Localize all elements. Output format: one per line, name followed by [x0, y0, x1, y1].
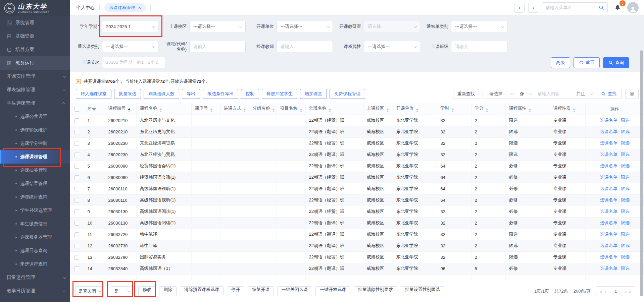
sidebar-item-basic-resources[interactable]: 基础资源 — [0, 29, 70, 43]
modify-button[interactable]: 修改 — [138, 286, 156, 296]
row-checkbox[interactable] — [75, 244, 79, 248]
action-link-roster[interactable]: 选课名单 — [600, 266, 617, 271]
column-header-project-name[interactable]: 项目名称 — [277, 103, 305, 115]
action-link-restrict[interactable]: 限选 — [621, 220, 630, 225]
sidebar-item-selection-statistics-query[interactable]: 选课统计查询 — [0, 190, 70, 204]
close-all-selection-button[interactable]: 一键关闭选课 — [277, 286, 312, 296]
open-all-selection-button[interactable]: 一键开放选课 — [315, 286, 350, 296]
action-link-restrict[interactable]: 限选 — [621, 243, 630, 248]
tab-scroll-right-button[interactable]: › — [528, 3, 538, 13]
sidebar-item-selection-lottery-management[interactable]: 选课抽签管理 — [0, 164, 70, 177]
sort-icon[interactable] — [573, 108, 576, 112]
select-general-course-type[interactable]: ---请选择--- — [102, 41, 158, 52]
export-button[interactable]: 导出 — [182, 89, 200, 99]
restrict-condition-export-button[interactable]: 限选条件导出 — [203, 89, 238, 99]
sidebar-item-unselected-course-query[interactable]: 未选课程查询 — [0, 257, 70, 271]
column-header-teach-mode[interactable]: 讲课方式 — [220, 103, 249, 115]
column-header-course-name[interactable]: 课程名称 — [136, 103, 191, 115]
sidebar-item-selection-result-management[interactable]: 选课结果管理 — [0, 177, 70, 190]
last-page-icon[interactable]: » — [629, 289, 632, 294]
transfer-selection-button[interactable]: 转入选课课堂 — [76, 89, 111, 99]
action-link-roster[interactable]: 选课名单 — [600, 118, 617, 123]
filter-logic-select[interactable]: 并且 — [573, 91, 596, 97]
batch-set-gender-button[interactable]: 批量设置性别限选 — [401, 286, 444, 296]
action-link-roster[interactable]: 选课名单 — [600, 220, 617, 225]
next-page-icon[interactable]: › — [625, 289, 627, 294]
action-link-restrict[interactable]: 限选 — [621, 232, 630, 237]
sort-icon[interactable] — [272, 108, 275, 112]
action-link-roster[interactable]: 选课名单 — [600, 129, 617, 134]
input-class[interactable]: 请输入 — [451, 41, 507, 52]
close-status-select[interactable]: 是否关闭 — [75, 286, 104, 296]
yes-no-select[interactable]: 是 — [111, 286, 133, 296]
sort-icon[interactable] — [486, 108, 488, 112]
action-link-roster[interactable]: 选课名单 — [600, 163, 617, 168]
filter-field-select[interactable]: --请选择-- — [483, 91, 516, 97]
action-link-restrict[interactable]: 限选 — [621, 266, 630, 271]
pager-next-last[interactable]: › » — [622, 287, 635, 296]
action-link-restrict[interactable]: 限选 — [621, 163, 630, 168]
column-settings-button[interactable] — [625, 89, 639, 99]
clear-preset-selection-button[interactable]: 清除预置课程选课 — [180, 286, 224, 296]
column-header-credits[interactable]: 学分 — [471, 103, 505, 115]
action-link-roster[interactable]: 选课名单 — [600, 152, 617, 157]
sidebar-item-system-management[interactable]: 系统管理 — [0, 16, 70, 29]
resume-button[interactable]: 恢复开课 — [248, 286, 274, 296]
sidebar-item-selection-round-maintenance[interactable]: 选课轮次维护 — [0, 123, 70, 137]
tab-scroll-left-button[interactable]: ‹ — [514, 3, 525, 13]
column-header-group-name[interactable]: 分组名称 — [249, 103, 277, 115]
action-link-restrict[interactable]: 限选 — [621, 152, 630, 157]
select-notice-type[interactable]: ---请选择--- — [451, 21, 507, 32]
select-teaching-office[interactable]: 请选择 — [364, 21, 420, 32]
filter-keyword-input[interactable]: 请输入内容 — [535, 91, 573, 97]
pager-current-page[interactable]: 1 — [610, 287, 622, 296]
batch-clear-gender-button[interactable]: 批量清除性别要求 — [354, 286, 397, 296]
row-checkbox[interactable] — [75, 130, 79, 134]
sidebar-item-course-arrangement[interactable]: 开课安排管理 — [0, 70, 70, 83]
sort-icon[interactable] — [386, 108, 389, 112]
select-all-checkbox[interactable] — [75, 107, 79, 112]
sort-icon[interactable] — [300, 108, 302, 112]
input-course-code-name[interactable]: 请输入 — [189, 41, 246, 52]
add-class-button[interactable]: 增加课堂 — [300, 89, 327, 99]
sidebar-item-timetable-management[interactable]: 课表编排管理 — [0, 83, 70, 97]
release-lottery-students-button[interactable]: 释放抽签学生 — [262, 89, 297, 99]
row-checkbox[interactable] — [75, 232, 79, 237]
row-checkbox[interactable] — [75, 198, 79, 203]
action-link-restrict[interactable]: 限选 — [621, 254, 630, 259]
select-campus[interactable]: ---请选择--- — [189, 21, 246, 32]
suspend-button[interactable]: 停开 — [227, 286, 244, 296]
research-button[interactable]: 重新查找 — [453, 89, 479, 99]
action-link-roster[interactable]: 选课名单 — [600, 209, 617, 214]
action-link-roster[interactable]: 选课名单 — [600, 232, 617, 237]
close-icon[interactable]: × — [138, 5, 141, 10]
column-header-class-no[interactable]: 课序号 — [191, 103, 220, 115]
sidebar-item-teaching-calendar[interactable]: 教学日历管理 — [0, 284, 70, 298]
first-page-icon[interactable]: « — [600, 289, 602, 294]
select-department[interactable]: ---请选择--- — [277, 21, 333, 32]
row-checkbox[interactable] — [75, 141, 79, 146]
action-link-roster[interactable]: 选课名单 — [600, 254, 617, 259]
tab-course-selection-management[interactable]: 选课课程管理 × — [104, 3, 146, 12]
input-class-period[interactable]: 10102 为星期一的1，2小节 — [102, 57, 165, 68]
action-link-roster[interactable]: 选课名单 — [600, 175, 617, 180]
column-header-hours[interactable]: 学时 — [437, 103, 471, 115]
input-teacher[interactable]: 请输入 — [277, 41, 333, 52]
filter-operator-select[interactable]: 像 — [516, 91, 535, 97]
control-button[interactable]: 控制 — [241, 89, 259, 99]
menu-search-input[interactable]: 请输入菜单名 — [542, 2, 608, 13]
row-checkbox[interactable] — [75, 221, 79, 226]
action-link-roster[interactable]: 选课名单 — [600, 197, 617, 202]
action-link-roster[interactable]: 选课名单 — [600, 186, 617, 191]
action-link-restrict[interactable]: 限选 — [621, 118, 630, 123]
sidebar-item-selection-course-management[interactable]: 选课课程管理 — [0, 150, 70, 164]
row-checkbox[interactable] — [75, 118, 79, 123]
pager-first-prev[interactable]: « ‹ — [596, 287, 609, 296]
sort-icon[interactable] — [329, 108, 331, 112]
column-header-attribute[interactable]: 课程属性 — [505, 103, 550, 115]
select-course-attribute[interactable]: ---请选择--- — [364, 41, 420, 52]
action-link-restrict[interactable]: 限选 — [621, 175, 630, 180]
action-link-restrict[interactable]: 限选 — [621, 129, 630, 134]
row-checkbox[interactable] — [75, 175, 79, 180]
row-checkbox[interactable] — [75, 153, 79, 157]
